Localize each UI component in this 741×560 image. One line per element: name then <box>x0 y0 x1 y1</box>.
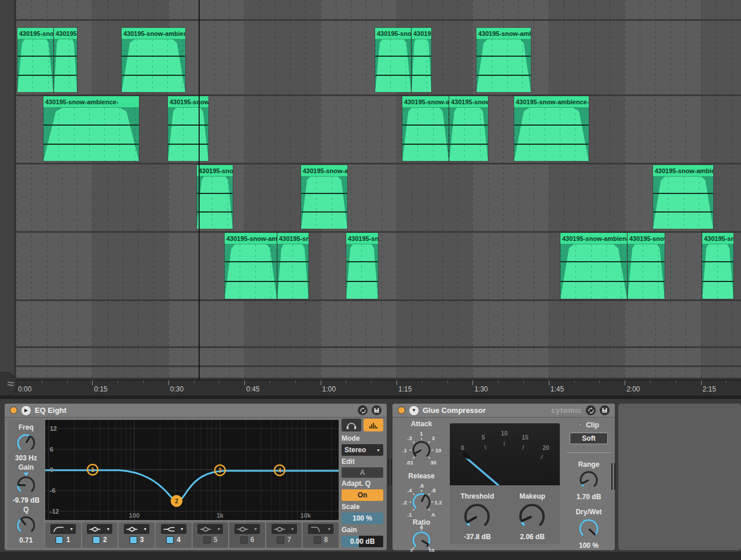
range-knob[interactable] <box>577 469 600 492</box>
timeline-ruler[interactable]: 0:000:150:300:451:001:151:301:452:002:15 <box>0 379 741 396</box>
fade-envelope[interactable] <box>225 244 277 299</box>
dry-wet-knob[interactable] <box>576 516 601 541</box>
band-7-toggle[interactable] <box>277 536 284 544</box>
fade-envelope[interactable] <box>122 39 185 92</box>
fade-envelope[interactable] <box>43 108 139 161</box>
audio-clip[interactable]: 430195-snow-ambience- <box>412 28 431 92</box>
fade-envelope[interactable] <box>514 108 589 161</box>
fade-envelope[interactable] <box>197 177 233 229</box>
fade-envelope[interactable] <box>449 108 488 161</box>
output-gain-field[interactable]: 0.00 dB <box>342 536 383 547</box>
range-label: Range <box>564 460 613 469</box>
fade-envelope[interactable] <box>346 244 378 299</box>
timeline-minor-tick <box>676 380 676 383</box>
band-3-toggle[interactable] <box>130 536 137 544</box>
audio-clip[interactable]: 430195-snow-ambience- <box>476 28 531 92</box>
attack-knob[interactable]: .01.1.3131030 <box>397 427 446 471</box>
audio-clip[interactable]: 430195-snow-ambience- <box>449 96 488 161</box>
fade-envelope[interactable] <box>54 39 77 92</box>
audio-clip[interactable]: 430195-snow-ambience- <box>168 96 208 161</box>
q-value[interactable]: 0.71 <box>19 536 32 544</box>
mode-dropdown[interactable]: Stereo ▼ <box>342 444 383 456</box>
filter-shape-selector[interactable]: ▼ <box>87 524 112 534</box>
adaptive-q-toggle[interactable]: On <box>342 489 383 501</box>
freq-knob[interactable] <box>14 431 38 455</box>
freq-value[interactable]: 303 Hz <box>15 454 37 462</box>
audio-clip[interactable]: 430195-snow-ambience- <box>375 28 411 92</box>
audio-clip[interactable]: 430195-snow-ambience- <box>197 165 233 229</box>
filter-shape-selector[interactable]: ▼ <box>308 524 333 534</box>
fade-envelope[interactable] <box>375 39 411 92</box>
audio-clip[interactable]: 430195-snow-ambience- <box>43 96 139 161</box>
soft-clip-toggle[interactable]: Soft <box>570 433 608 444</box>
band-4-toggle[interactable] <box>166 536 174 544</box>
eq-curve-display[interactable]: 12341260-6-121001k10k <box>45 420 339 520</box>
chevron-down-icon: ▼ <box>217 527 221 531</box>
makeup-knob[interactable] <box>516 500 548 533</box>
spectrum-analyzer-button[interactable] <box>364 419 383 431</box>
audio-clip[interactable]: 430195-snow-ambience- <box>301 165 347 229</box>
audio-clip[interactable]: 430195-snow-ambience- <box>17 28 53 92</box>
fade-envelope[interactable] <box>402 108 449 161</box>
fade-envelope[interactable] <box>301 177 347 229</box>
band-2-toggle[interactable] <box>93 536 100 544</box>
band-number: 2 <box>103 536 107 544</box>
fade-envelope[interactable] <box>277 244 309 299</box>
audio-clip[interactable]: 430195-snow-ambience- <box>346 233 378 299</box>
gain-value[interactable]: -9.79 dB <box>13 496 40 504</box>
clip-waveform-area <box>122 39 185 92</box>
svg-text:0: 0 <box>461 444 464 451</box>
makeup-value[interactable]: 2.06 dB <box>505 533 560 541</box>
fade-envelope[interactable] <box>168 108 208 161</box>
filter-shape-selector[interactable]: ▼ <box>124 524 149 534</box>
release-knob[interactable]: .1.2.4.6.81.2A <box>397 479 446 523</box>
hot-swap-icon[interactable] <box>358 405 368 415</box>
audio-clip[interactable]: 430195-snow-ambience- <box>122 28 185 92</box>
filter-shape-selector[interactable]: ▼ <box>234 524 260 534</box>
audio-clip[interactable]: 430195-snow-ambience- <box>702 233 733 299</box>
edit-ab-button[interactable]: A <box>342 467 383 478</box>
audio-clip[interactable]: 430195-snow-ambience- <box>225 233 277 299</box>
fade-envelope[interactable] <box>628 244 665 299</box>
filter-shape-selector[interactable]: ▼ <box>197 524 223 534</box>
audio-clip[interactable]: 430195-snow-ambience- <box>277 233 309 299</box>
fade-envelope[interactable] <box>653 177 713 229</box>
audio-clip[interactable]: 430195-snow-ambience- <box>653 165 713 229</box>
q-knob[interactable] <box>14 514 38 537</box>
device-chain-empty-area[interactable] <box>618 404 741 550</box>
ratio-knob[interactable]: 2410 <box>397 525 446 554</box>
band-6-toggle[interactable] <box>240 536 248 544</box>
audio-clip[interactable]: 430195-snow-ambience- <box>560 233 627 299</box>
playhead[interactable] <box>199 0 200 379</box>
output-gain-label: Gain <box>342 526 383 534</box>
filter-shape-selector[interactable]: ▼ <box>272 524 297 534</box>
timeline-major-tick <box>321 380 321 385</box>
fade-envelope[interactable] <box>560 244 627 299</box>
chevron-down-icon: ▼ <box>180 527 184 531</box>
scale-field[interactable]: 100 % <box>342 513 383 524</box>
fade-envelope[interactable] <box>702 244 733 299</box>
band-8-toggle[interactable] <box>314 536 321 544</box>
save-preset-icon[interactable] <box>372 405 381 415</box>
range-value[interactable]: 1.70 dB <box>564 493 613 501</box>
dry-wet-value[interactable]: 100 % <box>564 541 613 550</box>
audition-headphone-button[interactable] <box>342 419 361 431</box>
band-1-toggle[interactable] <box>56 536 63 544</box>
audio-clip[interactable]: 430195-snow-ambience- <box>54 28 77 92</box>
audio-clip[interactable]: 430195-snow-ambience- <box>514 96 589 161</box>
filter-shape-selector[interactable]: ▼ <box>161 524 186 534</box>
fade-envelope[interactable] <box>476 39 531 92</box>
device-on-led[interactable] <box>10 407 17 414</box>
gain-knob[interactable] <box>14 474 38 497</box>
threshold-knob[interactable] <box>461 500 493 533</box>
play-icon[interactable]: ▶ <box>21 406 31 415</box>
filter-shape-selector[interactable]: ▼ <box>50 524 76 534</box>
audio-clip[interactable]: 430195-snow-ambience- <box>402 96 449 161</box>
threshold-value[interactable]: -37.8 dB <box>450 533 505 541</box>
fade-envelope[interactable] <box>412 39 431 92</box>
band-5-toggle[interactable] <box>203 536 211 544</box>
audio-clip[interactable]: 430195-snow-ambience- <box>628 233 665 299</box>
knob-tick-label: 30 <box>430 459 436 465</box>
arrangement-grid[interactable]: 430195-snow-ambience-430195-snow-ambienc… <box>16 0 741 379</box>
fade-envelope[interactable] <box>17 39 53 92</box>
